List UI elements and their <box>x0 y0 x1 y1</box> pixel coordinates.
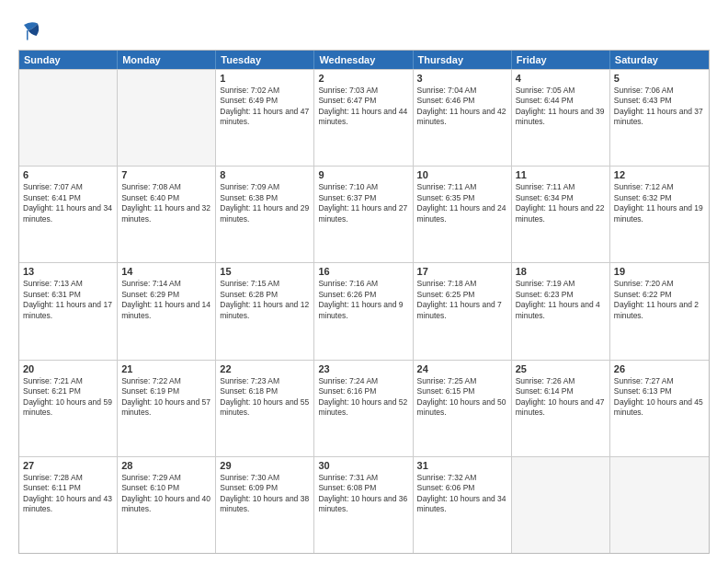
day-info: Sunrise: 7:18 AM Sunset: 6:25 PM Dayligh… <box>417 279 507 321</box>
day-number: 28 <box>121 460 211 471</box>
day-number: 24 <box>417 363 507 374</box>
weekday-header: Wednesday <box>314 51 413 69</box>
day-number: 11 <box>516 169 606 180</box>
day-number: 16 <box>318 266 408 277</box>
day-number: 29 <box>220 460 310 471</box>
day-info: Sunrise: 7:25 AM Sunset: 6:15 PM Dayligh… <box>417 376 507 419</box>
day-info: Sunrise: 7:02 AM Sunset: 6:49 PM Dayligh… <box>220 86 310 128</box>
calendar-row: 6Sunrise: 7:07 AM Sunset: 6:41 PM Daylig… <box>19 166 709 262</box>
calendar-cell: 27Sunrise: 7:28 AM Sunset: 6:11 PM Dayli… <box>19 457 118 553</box>
day-info: Sunrise: 7:11 AM Sunset: 6:34 PM Dayligh… <box>516 182 606 224</box>
day-number: 1 <box>220 73 310 84</box>
calendar-cell: 16Sunrise: 7:16 AM Sunset: 6:26 PM Dayli… <box>314 263 413 359</box>
calendar-cell: 5Sunrise: 7:06 AM Sunset: 6:43 PM Daylig… <box>610 70 709 166</box>
calendar-body: 1Sunrise: 7:02 AM Sunset: 6:49 PM Daylig… <box>19 69 709 553</box>
day-info: Sunrise: 7:14 AM Sunset: 6:29 PM Dayligh… <box>121 279 211 321</box>
day-info: Sunrise: 7:27 AM Sunset: 6:13 PM Dayligh… <box>614 376 705 419</box>
calendar-cell: 6Sunrise: 7:07 AM Sunset: 6:41 PM Daylig… <box>19 167 118 262</box>
weekday-header: Tuesday <box>216 51 314 69</box>
calendar-cell: 22Sunrise: 7:23 AM Sunset: 6:18 PM Dayli… <box>216 361 314 456</box>
calendar-cell: 15Sunrise: 7:15 AM Sunset: 6:28 PM Dayli… <box>216 263 314 359</box>
day-info: Sunrise: 7:29 AM Sunset: 6:10 PM Dayligh… <box>121 473 211 515</box>
header <box>18 17 710 44</box>
calendar-cell: 7Sunrise: 7:08 AM Sunset: 6:40 PM Daylig… <box>118 167 216 262</box>
page: SundayMondayTuesdayWednesdayThursdayFrid… <box>0 0 728 563</box>
weekday-header: Thursday <box>414 51 512 69</box>
day-info: Sunrise: 7:11 AM Sunset: 6:35 PM Dayligh… <box>417 182 507 224</box>
day-info: Sunrise: 7:21 AM Sunset: 6:21 PM Dayligh… <box>23 376 113 419</box>
logo-icon <box>18 17 46 44</box>
day-info: Sunrise: 7:04 AM Sunset: 6:46 PM Dayligh… <box>417 86 507 128</box>
day-info: Sunrise: 7:30 AM Sunset: 6:09 PM Dayligh… <box>220 473 310 515</box>
calendar-cell: 8Sunrise: 7:09 AM Sunset: 6:38 PM Daylig… <box>216 167 314 262</box>
day-number: 12 <box>614 169 705 180</box>
calendar-cell: 28Sunrise: 7:29 AM Sunset: 6:10 PM Dayli… <box>118 457 216 553</box>
day-number: 6 <box>23 169 113 180</box>
day-number: 19 <box>614 266 705 277</box>
day-number: 26 <box>614 363 705 374</box>
day-number: 8 <box>220 169 310 180</box>
day-info: Sunrise: 7:15 AM Sunset: 6:28 PM Dayligh… <box>220 279 310 321</box>
day-info: Sunrise: 7:10 AM Sunset: 6:37 PM Dayligh… <box>318 182 408 224</box>
day-info: Sunrise: 7:19 AM Sunset: 6:23 PM Dayligh… <box>516 279 606 321</box>
day-info: Sunrise: 7:12 AM Sunset: 6:32 PM Dayligh… <box>614 182 705 224</box>
calendar-cell: 2Sunrise: 7:03 AM Sunset: 6:47 PM Daylig… <box>314 70 413 166</box>
day-number: 13 <box>23 266 113 277</box>
day-number: 15 <box>220 266 310 277</box>
day-number: 22 <box>220 363 310 374</box>
calendar-row: 27Sunrise: 7:28 AM Sunset: 6:11 PM Dayli… <box>19 456 709 553</box>
day-number: 9 <box>318 169 408 180</box>
calendar-header: SundayMondayTuesdayWednesdayThursdayFrid… <box>19 51 709 69</box>
calendar-cell: 26Sunrise: 7:27 AM Sunset: 6:13 PM Dayli… <box>610 361 709 456</box>
day-number: 2 <box>318 73 408 84</box>
weekday-header: Saturday <box>610 51 709 69</box>
weekday-header: Sunday <box>19 51 118 69</box>
calendar-cell <box>118 70 216 166</box>
day-info: Sunrise: 7:09 AM Sunset: 6:38 PM Dayligh… <box>220 182 310 224</box>
day-number: 21 <box>121 363 211 374</box>
day-info: Sunrise: 7:26 AM Sunset: 6:14 PM Dayligh… <box>516 376 606 419</box>
calendar-cell: 17Sunrise: 7:18 AM Sunset: 6:25 PM Dayli… <box>414 263 512 359</box>
day-info: Sunrise: 7:32 AM Sunset: 6:06 PM Dayligh… <box>417 473 507 515</box>
day-info: Sunrise: 7:23 AM Sunset: 6:18 PM Dayligh… <box>220 376 310 419</box>
weekday-header: Monday <box>118 51 216 69</box>
day-number: 18 <box>516 266 606 277</box>
calendar-cell: 20Sunrise: 7:21 AM Sunset: 6:21 PM Dayli… <box>19 361 118 456</box>
calendar-cell: 14Sunrise: 7:14 AM Sunset: 6:29 PM Dayli… <box>118 263 216 359</box>
day-number: 30 <box>318 460 408 471</box>
day-info: Sunrise: 7:05 AM Sunset: 6:44 PM Dayligh… <box>516 86 606 128</box>
calendar-row: 13Sunrise: 7:13 AM Sunset: 6:31 PM Dayli… <box>19 262 709 359</box>
day-number: 10 <box>417 169 507 180</box>
calendar-cell: 11Sunrise: 7:11 AM Sunset: 6:34 PM Dayli… <box>512 167 610 262</box>
logo <box>18 17 51 44</box>
day-number: 7 <box>121 169 211 180</box>
day-info: Sunrise: 7:13 AM Sunset: 6:31 PM Dayligh… <box>23 279 113 321</box>
calendar: SundayMondayTuesdayWednesdayThursdayFrid… <box>18 50 710 554</box>
day-info: Sunrise: 7:16 AM Sunset: 6:26 PM Dayligh… <box>318 279 408 321</box>
calendar-cell: 24Sunrise: 7:25 AM Sunset: 6:15 PM Dayli… <box>414 361 512 456</box>
calendar-cell: 4Sunrise: 7:05 AM Sunset: 6:44 PM Daylig… <box>512 70 610 166</box>
day-number: 5 <box>614 73 705 84</box>
calendar-cell: 25Sunrise: 7:26 AM Sunset: 6:14 PM Dayli… <box>512 361 610 456</box>
day-info: Sunrise: 7:24 AM Sunset: 6:16 PM Dayligh… <box>318 376 408 419</box>
calendar-row: 1Sunrise: 7:02 AM Sunset: 6:49 PM Daylig… <box>19 69 709 166</box>
day-number: 3 <box>417 73 507 84</box>
calendar-cell: 19Sunrise: 7:20 AM Sunset: 6:22 PM Dayli… <box>610 263 709 359</box>
calendar-cell: 23Sunrise: 7:24 AM Sunset: 6:16 PM Dayli… <box>314 361 413 456</box>
calendar-cell: 9Sunrise: 7:10 AM Sunset: 6:37 PM Daylig… <box>314 167 413 262</box>
calendar-cell: 21Sunrise: 7:22 AM Sunset: 6:19 PM Dayli… <box>118 361 216 456</box>
day-info: Sunrise: 7:08 AM Sunset: 6:40 PM Dayligh… <box>121 182 211 224</box>
calendar-cell: 1Sunrise: 7:02 AM Sunset: 6:49 PM Daylig… <box>216 70 314 166</box>
day-number: 27 <box>23 460 113 471</box>
day-number: 31 <box>417 460 507 471</box>
calendar-cell: 30Sunrise: 7:31 AM Sunset: 6:08 PM Dayli… <box>314 457 413 553</box>
day-number: 4 <box>516 73 606 84</box>
day-info: Sunrise: 7:22 AM Sunset: 6:19 PM Dayligh… <box>121 376 211 419</box>
calendar-cell <box>19 70 118 166</box>
calendar-cell <box>610 457 709 553</box>
day-info: Sunrise: 7:03 AM Sunset: 6:47 PM Dayligh… <box>318 86 408 128</box>
calendar-cell: 13Sunrise: 7:13 AM Sunset: 6:31 PM Dayli… <box>19 263 118 359</box>
calendar-row: 20Sunrise: 7:21 AM Sunset: 6:21 PM Dayli… <box>19 360 709 456</box>
calendar-cell: 29Sunrise: 7:30 AM Sunset: 6:09 PM Dayli… <box>216 457 314 553</box>
day-number: 25 <box>516 363 606 374</box>
